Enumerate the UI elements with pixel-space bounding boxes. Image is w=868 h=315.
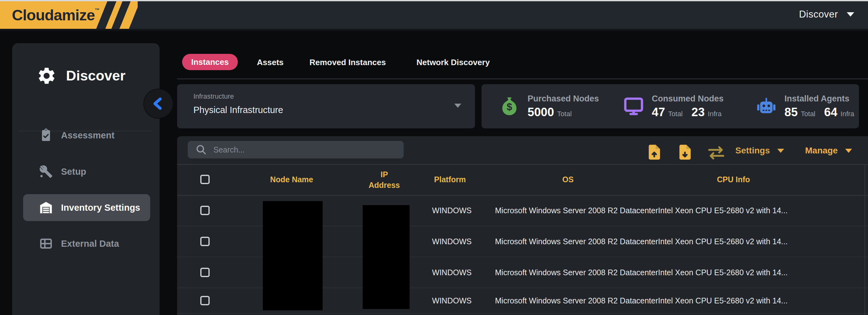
os-cell: Microsoft Windows Server 2008 R2 Datacen…: [495, 237, 658, 246]
cpu-info-cell: Intel Xeon CPU E5-2680 v2 with 14...: [658, 237, 787, 246]
sidebar-collapse-button[interactable]: [144, 89, 173, 118]
tab-removed-instances[interactable]: Removed Instances: [309, 57, 386, 67]
os-cpu-cells: Microsoft Windows Server 2008 R2 Datacen…: [495, 268, 787, 277]
chevron-down-icon: [454, 104, 461, 108]
search-input[interactable]: [213, 145, 388, 155]
cpu-info-cell: Intel Xeon CPU E5-2680 v2 with 14...: [658, 296, 787, 305]
infrastructure-label: Infrastructure: [193, 92, 234, 101]
stat-infra-unit: Infra: [708, 110, 721, 118]
stat-total: 5000: [528, 106, 554, 119]
stats-card: $ Purchased Nodes 5000 Total Consumed No…: [482, 84, 859, 128]
stat-label: Consumed Nodes: [652, 94, 727, 104]
os-cpu-cells: Microsoft Windows Server 2008 R2 Datacen…: [495, 296, 787, 305]
sidebar-item-label: Inventory Settings: [61, 203, 140, 213]
sidebar-item-inventory-settings[interactable]: Inventory Settings: [23, 194, 150, 221]
sidebar-item-external-data[interactable]: External Data: [23, 230, 150, 257]
sidebar-header: Discover: [37, 66, 125, 86]
cpu-info-cell: Intel Xeon CPU E5-2680 v2 with 14...: [658, 206, 787, 215]
topnav-discover-menu[interactable]: Discover: [799, 0, 854, 29]
os-cpu-cells: Microsoft Windows Server 2008 R2 Datacen…: [495, 206, 787, 215]
search-icon: [195, 144, 207, 155]
stat-infra-unit: Infra: [840, 110, 854, 118]
os-cell: Microsoft Windows Server 2008 R2 Datacen…: [495, 296, 658, 305]
column-header-node-name[interactable]: Node Name: [260, 175, 323, 184]
infrastructure-value: Physical Infrastructure: [193, 105, 283, 115]
infrastructure-select[interactable]: Infrastructure Physical Infrastructure: [177, 84, 475, 128]
column-header-os[interactable]: OS: [537, 175, 599, 184]
sidebar-item-setup[interactable]: Setup: [23, 158, 150, 185]
sidebar-item-label: Assessment: [61, 130, 115, 141]
platform-cell: WINDOWS: [418, 206, 485, 215]
os-cell: Microsoft Windows Server 2008 R2 Datacen…: [495, 268, 658, 277]
stat-consumed-nodes: Consumed Nodes 47 Total 23 Infra: [623, 84, 727, 128]
settings-label: Settings: [735, 146, 770, 155]
tab-label: Instances: [191, 57, 229, 67]
row-checkbox[interactable]: [200, 206, 210, 215]
stat-values: 5000 Total: [528, 106, 599, 119]
tab-instances[interactable]: Instances: [182, 54, 238, 70]
svg-text:$: $: [506, 102, 512, 112]
platform-cell: WINDOWS: [418, 237, 485, 246]
chevron-down-icon: [845, 149, 852, 153]
select-all-checkbox[interactable]: [200, 175, 210, 184]
gear-icon: [37, 66, 57, 86]
stat-purchased-nodes: $ Purchased Nodes 5000 Total: [499, 84, 599, 128]
sidebar-item-assessment[interactable]: Assessment: [23, 122, 150, 149]
column-header-cpu-info[interactable]: CPU Info: [702, 175, 765, 184]
tabs-divider: [177, 79, 868, 79]
chevron-down-icon: [777, 149, 784, 153]
transfer-arrows-icon[interactable]: [707, 145, 726, 160]
row-checkbox[interactable]: [200, 268, 210, 277]
row-checkbox[interactable]: [200, 296, 210, 305]
row-checkbox[interactable]: [200, 237, 210, 246]
platform-cell: WINDOWS: [418, 296, 485, 305]
stat-values: 47 Total 23 Infra: [652, 106, 727, 119]
sidebar-item-label: External Data: [61, 238, 119, 249]
stat-total: 85: [784, 106, 798, 119]
manage-label: Manage: [805, 146, 838, 155]
settings-menu[interactable]: Settings: [735, 146, 784, 155]
robot-icon: [756, 96, 777, 117]
stat-total-unit: Total: [557, 110, 572, 118]
stat-label: Purchased Nodes: [528, 94, 599, 104]
top-bar: Cloudamize™ Discover: [0, 0, 868, 32]
cpu-info-cell: Intel Xeon CPU E5-2680 v2 with 14...: [658, 268, 787, 277]
warehouse-icon: [39, 201, 53, 214]
brand-name: Cloudamize™: [12, 6, 99, 24]
column-header-platform[interactable]: Platform: [418, 175, 481, 184]
chevron-left-icon: [151, 96, 166, 111]
file-upload-icon[interactable]: [645, 143, 663, 161]
ip-address-redaction-overlay: [363, 205, 410, 309]
toolbar-divider: [177, 164, 868, 165]
os-cpu-cells: Microsoft Windows Server 2008 R2 Datacen…: [495, 237, 787, 246]
stat-total-unit: Total: [801, 110, 815, 118]
os-cell: Microsoft Windows Server 2008 R2 Datacen…: [495, 206, 658, 215]
clipboard-check-icon: [39, 128, 53, 142]
platform-cell: WINDOWS: [418, 268, 485, 277]
node-name-redaction-overlay: [263, 201, 322, 310]
tools-icon: [39, 165, 53, 178]
sidebar-title: Discover: [66, 68, 125, 84]
manage-menu[interactable]: Manage: [805, 146, 852, 155]
tab-network-discovery[interactable]: Network Discovery: [416, 57, 490, 67]
stat-infra: 64: [824, 106, 837, 119]
stat-label: Installed Agents: [784, 94, 860, 104]
monitor-icon: [623, 96, 644, 117]
stat-infra: 23: [691, 106, 705, 119]
sidebar: Discover Assessment Setup Inventory Sett…: [12, 43, 160, 315]
column-header-ip-address[interactable]: IP Address: [367, 169, 401, 190]
cloudamize-logo: Cloudamize™: [0, 1, 138, 29]
tab-assets[interactable]: Assets: [257, 57, 283, 67]
sidebar-item-label: Setup: [61, 167, 86, 177]
search-box[interactable]: [188, 141, 404, 159]
chevron-down-icon: [847, 12, 854, 17]
topnav-discover-label: Discover: [799, 9, 838, 20]
app-screen: Cloudamize™ Discover Discover Assessment: [0, 0, 868, 315]
stat-total: 47: [652, 106, 665, 119]
stat-values: 85 Total 64 Infra: [784, 106, 860, 119]
stat-total-unit: Total: [668, 110, 682, 118]
brand-text: Cloudamize: [12, 6, 95, 24]
table-grid-icon: [39, 237, 53, 251]
file-download-icon[interactable]: [676, 143, 694, 161]
topbar-bottom-strip: [0, 29, 868, 32]
